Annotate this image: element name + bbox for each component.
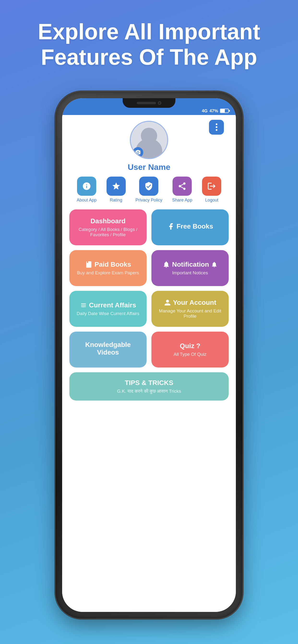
- about-app-label: About App: [77, 198, 96, 203]
- dashboard-card-subtitle: Category / All Books / Blogs / Favorites…: [74, 227, 142, 238]
- list-icon: [80, 302, 87, 309]
- privacy-label: Privacy Policy: [135, 198, 162, 203]
- dashboard-card-title: Dashboard: [90, 217, 125, 225]
- screen-inner: User Name About App: [69, 115, 229, 605]
- logout-button[interactable]: Logout: [202, 176, 221, 203]
- free-books-card[interactable]: Free Books: [152, 210, 229, 245]
- notification-card-subtitle: Important Notices: [172, 270, 208, 276]
- quiz-card-subtitle: All Type Of Quiz: [174, 352, 207, 357]
- star-icon: [112, 182, 121, 191]
- privacy-policy-button[interactable]: Privacy Policy: [135, 176, 162, 203]
- tips-card-subtitle: G.K. याद करने की कुछ आसान Tricks: [117, 388, 181, 394]
- current-affairs-card-title: Current Affairs: [80, 302, 136, 309]
- rating-button[interactable]: Rating: [106, 176, 126, 203]
- share-label: Share App: [172, 198, 192, 203]
- info-icon: [82, 182, 91, 191]
- avatar-ring: [130, 121, 168, 159]
- free-books-card-title: Free Books: [167, 222, 213, 230]
- knowledgable-videos-card[interactable]: Knowledgable Videos: [69, 332, 146, 368]
- rating-label: Rating: [110, 198, 122, 203]
- shield-icon: [144, 182, 153, 191]
- notification-card[interactable]: Notification Important Notices: [152, 250, 229, 286]
- dot2: [216, 126, 217, 128]
- account-icon: [164, 299, 171, 306]
- camera-icon: [135, 150, 141, 155]
- phone-screen: 4G 47%: [62, 98, 236, 612]
- current-affairs-card-subtitle: Daily Date Wise Current Affairs: [77, 311, 139, 316]
- notification-card-title: Notification: [163, 261, 218, 268]
- phone-mockup: 4G 47%: [55, 92, 243, 618]
- quiz-card[interactable]: Quiz ? All Type Of Quiz: [152, 332, 229, 368]
- change-photo-button[interactable]: [133, 147, 143, 158]
- logout-icon: [207, 182, 216, 191]
- bell-icon2: [211, 261, 218, 268]
- page-title: Explore All Important Features Of The Ap…: [0, 19, 298, 70]
- share-icon-bg: [173, 176, 192, 196]
- dot1: [216, 124, 217, 125]
- your-account-card-subtitle: Manage Your Account and Edit Profile: [156, 308, 224, 319]
- actions-row: About App Rating: [69, 176, 229, 203]
- tips-card-title: TIPS & TRICKS: [125, 379, 173, 387]
- cards-grid: Dashboard Category / All Books / Blogs /…: [69, 210, 229, 368]
- quiz-card-title: Quiz ?: [180, 342, 200, 350]
- notch: [123, 98, 175, 108]
- rating-icon-bg: [106, 176, 126, 196]
- paid-books-card-title: Paid Books: [85, 261, 131, 268]
- status-bar: 4G 47%: [202, 108, 229, 113]
- dashboard-card[interactable]: Dashboard Category / All Books / Blogs /…: [69, 210, 146, 245]
- share-app-button[interactable]: Share App: [172, 176, 192, 203]
- battery-percent: 47%: [209, 108, 218, 113]
- logout-icon-bg: [202, 176, 221, 196]
- privacy-icon-bg: [139, 176, 158, 196]
- battery-icon: [220, 109, 229, 113]
- about-app-button[interactable]: About App: [77, 176, 96, 203]
- your-account-card-title: Your Account: [164, 299, 216, 306]
- avatar-section: User Name: [69, 115, 229, 172]
- your-account-card[interactable]: Your Account Manage Your Account and Edi…: [152, 291, 229, 327]
- signal-strength: 4G: [202, 108, 208, 113]
- dot3: [216, 129, 217, 131]
- tips-tricks-card[interactable]: TIPS & TRICKS G.K. याद करने की कुछ आसान …: [69, 372, 229, 400]
- knowledgable-videos-card-title: Knowledgable Videos: [74, 341, 142, 356]
- book-open-icon: [167, 222, 175, 230]
- paid-books-card-subtitle: Buy and Explore Exam Papers: [77, 270, 139, 276]
- front-camera: [158, 101, 161, 105]
- speaker: [137, 102, 156, 104]
- share-icon: [178, 182, 187, 191]
- current-affairs-card[interactable]: Current Affairs Daily Date Wise Current …: [69, 291, 146, 327]
- paid-books-card[interactable]: Paid Books Buy and Explore Exam Papers: [69, 250, 146, 286]
- about-app-icon-bg: [77, 176, 96, 196]
- username: User Name: [128, 162, 170, 172]
- more-options-button[interactable]: [209, 120, 224, 135]
- top-bar: 4G 47%: [62, 98, 236, 115]
- paid-book-icon: [85, 261, 93, 268]
- logout-label: Logout: [205, 198, 218, 203]
- bell-icon: [163, 261, 170, 268]
- screen-content: User Name About App: [62, 115, 236, 612]
- battery-fill: [221, 109, 225, 112]
